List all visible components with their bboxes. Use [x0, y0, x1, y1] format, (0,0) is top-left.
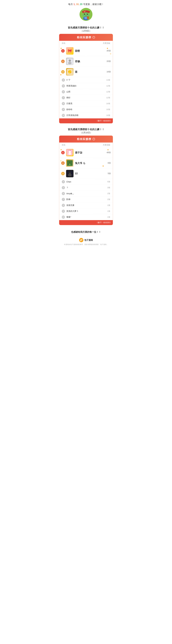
svg-point-25: [68, 62, 72, 64]
leaderboard-card-2: 粉丝应援榜 ? 排名 月票贡献 ✦ 1 鹿子柒 48张 ✦: [59, 136, 113, 225]
col-contribution-1: 月票贡献: [103, 42, 110, 44]
reg-count-9: 10张: [106, 108, 110, 111]
reg-count-2-9: 1张: [107, 210, 110, 212]
rank-num-2-9: 9: [62, 210, 65, 213]
baozi-icon: 🥟: [79, 238, 84, 242]
reg-count-2-10: 1张: [107, 216, 110, 218]
question-badge-2[interactable]: ?: [92, 138, 95, 140]
reg-name-2-10: 毒瘾°: [66, 216, 107, 218]
regular-row-2-8: 8 攻德无量 1张: [59, 202, 113, 208]
rank-num-2-5: 5: [62, 186, 65, 189]
top-row-1-2: 2 君穆. 20张: [59, 56, 113, 67]
row-name-1-3: 葵: [75, 70, 106, 74]
leaderboard-card-1: 粉丝应援榜 ? 排名 月票贡献 ✦ 1 🎀 甜橙 45张 ✦ ✧ 2: [59, 34, 113, 124]
regular-row-1-8: 8 日暮里. 10张: [59, 101, 113, 106]
regular-row-1-7: 7 南杉 12张: [59, 95, 113, 101]
reg-count-4: 13张: [106, 79, 110, 81]
rank-num-2-6: 6: [62, 192, 65, 195]
avatar-2-3: [66, 170, 74, 177]
row-name-2-1: 鹿子柒: [75, 151, 106, 154]
col-rank-2: 排名: [62, 144, 66, 146]
regular-row-2-4: 4 Chan 5张: [59, 179, 113, 185]
page-wrapper: 每月 1, 10, 20 号更新，谢谢大嗯！: [57, 0, 115, 251]
svg-point-38: [68, 174, 72, 176]
leaderboard-footer-2[interactable]: 《傻子》粉丝排行: [59, 220, 113, 225]
thanks-title-1: 首先感谢月票榜前十名的土豪！！: [57, 24, 115, 30]
reg-name-6: 山雨: [66, 90, 106, 93]
regular-row-2-10: 10 毒瘾° 1张: [59, 214, 113, 220]
regular-row-2-7: 7 阶梯 2张: [59, 196, 113, 202]
rank-num-8: 8: [62, 102, 65, 105]
reg-name-5: 简蔷英媳妇: [66, 85, 106, 87]
reg-count-2-5: 3张: [107, 186, 110, 189]
reg-count-2-6: 2张: [107, 192, 110, 195]
col-contribution-2: 月票贡献: [103, 144, 110, 146]
header-text: 每月 1, 10, 20 号更新，谢谢大嗯！: [59, 3, 113, 6]
svg-point-5: [85, 11, 86, 12]
leaderboard-header-2: 粉丝应援榜 ?: [59, 136, 113, 142]
top-row-2-2: ✧ 2 兔大爷 も 6张 ✦: [59, 158, 113, 168]
svg-point-19: [87, 16, 88, 17]
regular-row-2-9: 9 羡羡的大萝卜 1张: [59, 208, 113, 214]
question-badge-1[interactable]: ?: [92, 36, 95, 39]
reg-count-2-7: 2张: [107, 198, 110, 201]
regular-row-1-6: 6 山雨 12张: [59, 89, 113, 95]
avatar-1-2: [66, 58, 74, 65]
row-count-2-1: 48张: [106, 151, 111, 154]
row-name-2-2: 兔大爷 も: [75, 162, 108, 165]
rank-num-7: 7: [62, 96, 65, 99]
col-header-1: 排名 月票贡献: [59, 41, 113, 46]
avatar-1-1: 🎀: [66, 47, 74, 54]
svg-point-24: [69, 60, 71, 62]
rank-num-6: 6: [62, 90, 65, 94]
regular-row-1-4: 4 彳亍 13张: [59, 77, 113, 83]
frog-avatar: [80, 8, 92, 21]
reg-name-4: 彳亍: [66, 79, 106, 81]
baozi-footer: 🥟 包子漫画 本漫画由包子漫画收集整理，更多免费漫画请搜索「包子漫画」: [57, 235, 115, 247]
reg-count-7: 12张: [106, 96, 110, 99]
svg-point-33: [68, 152, 71, 155]
reg-name-2-8: 攻德无量: [66, 204, 107, 206]
top-row-2-1: ✦ 1 鹿子柒 48张 ✦: [59, 148, 113, 158]
row-name-1-1: 甜橙: [75, 49, 106, 52]
rank-num-5: 5: [62, 84, 65, 88]
reg-name-7: 南杉: [66, 96, 106, 99]
reg-name-2-9: 羡羡的大萝卜: [66, 210, 107, 212]
highlight-1: 1,: [74, 3, 75, 6]
reg-count-2-8: 1张: [107, 204, 110, 206]
svg-point-21: [87, 17, 88, 17]
bottom-thanks: 也感谢给我月票的每一位！！: [57, 228, 115, 235]
svg-point-13: [85, 15, 86, 16]
rank-num-4: 4: [62, 78, 65, 82]
top-row-1-3: ✦ 3 葵 16张: [59, 67, 113, 77]
reg-name-2-7: 阶梯: [66, 198, 107, 201]
rank-badge-2-3: 3: [61, 172, 65, 175]
row-name-1-2: 君穆.: [75, 60, 106, 63]
sparkle-6: ✦: [107, 148, 109, 152]
rank-badge-3: 3: [61, 70, 65, 74]
rank-num-2-7: 7: [62, 198, 65, 201]
rank-badge-1: 1: [61, 49, 65, 52]
baozi-name: 包子漫画: [84, 239, 93, 242]
regular-row-2-5: 5 ？ 3张: [59, 185, 113, 191]
regular-row-2-6: 6 Amy✿◡ 2张: [59, 191, 113, 196]
sparkle-3: ✧: [109, 52, 112, 56]
rank-badge-2-1: 1: [61, 151, 65, 154]
svg-point-28: [68, 71, 70, 72]
svg-point-30: [70, 72, 71, 73]
top-row-2-3: 3 22 5张: [59, 168, 113, 179]
sparkle-4: ✦: [60, 73, 62, 76]
avatar-1-3: [66, 68, 74, 76]
reg-count-2-4: 5张: [107, 180, 110, 183]
avatar-2-1: [66, 149, 74, 156]
leaderboard-footer-1[interactable]: 《傻子》粉丝排行: [59, 118, 113, 123]
rank-num-2-8: 8: [62, 204, 65, 207]
reg-name-2-5: ？: [66, 186, 107, 189]
thanks-date-2: （1月10日）: [57, 131, 115, 134]
regular-row-1-9: 9 娃哈哈 10张: [59, 106, 113, 112]
row-count-2-2: 6张: [108, 162, 111, 164]
svg-point-29: [70, 70, 71, 72]
header-section: 每月 1, 10, 20 号更新，谢谢大嗯！: [57, 0, 115, 24]
leaderboard-title-1: 粉丝应援榜: [77, 36, 91, 39]
svg-point-3: [84, 12, 85, 12]
